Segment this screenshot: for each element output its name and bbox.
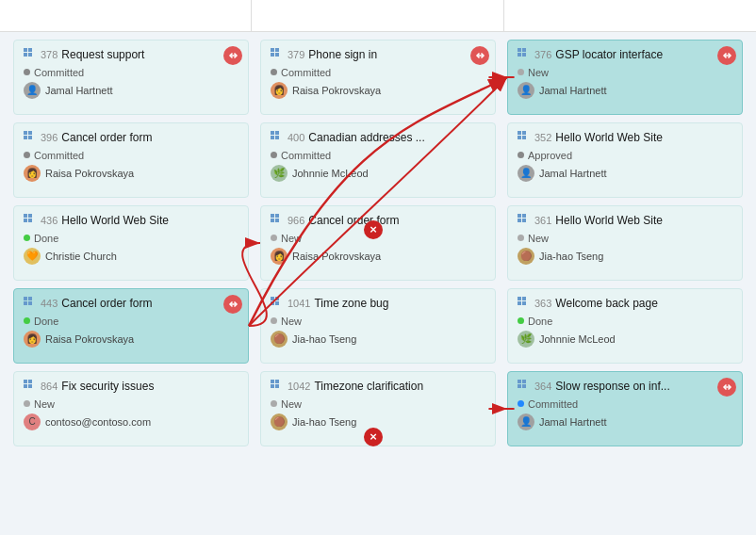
- card-user: 👩 Raisa Pokrovskaya: [271, 82, 485, 99]
- card-name: Time zone bug: [314, 297, 388, 312]
- card-1042[interactable]: 1042 Timezone clarification New 🟤 Jia-ha…: [260, 371, 496, 446]
- card-user: 👩 Raisa Pokrovskaya: [24, 331, 238, 348]
- status-label: Committed: [34, 150, 84, 161]
- user-name: Johnnie McLeod: [292, 168, 369, 179]
- card-name: Welcome back page: [555, 297, 658, 312]
- status-dot: [271, 152, 277, 158]
- card-user: 👤 Jamal Hartnett: [518, 82, 732, 99]
- svg-rect-44: [522, 48, 526, 52]
- card-status: Done: [24, 233, 238, 244]
- calendar-header: [0, 0, 756, 32]
- status-dot: [24, 69, 30, 75]
- avatar: 🟤: [271, 331, 288, 348]
- svg-rect-56: [518, 297, 521, 300]
- card-396[interactable]: 396 Cancel order form Committed 👩 Raisa …: [13, 122, 249, 198]
- card-966[interactable]: 966 Cancel order form New 👩 Raisa Pokrov…: [260, 205, 496, 281]
- svg-rect-38: [275, 301, 279, 305]
- link-icon[interactable]: [223, 295, 242, 314]
- svg-rect-9: [24, 214, 27, 218]
- avatar: 👤: [518, 82, 534, 99]
- user-name: Raisa Pokrovskaya: [292, 85, 381, 96]
- user-name: Johnnie McLeod: [539, 333, 616, 345]
- link-icon[interactable]: [717, 378, 736, 397]
- card-436[interactable]: 436 Hello World Web Site Done 🧡 Christie…: [13, 205, 249, 281]
- card-name: Request support: [61, 48, 144, 63]
- card-title: 379 Phone sign in: [271, 48, 485, 63]
- card-378[interactable]: 378 Request support Committed 👤 Jamal Ha…: [13, 40, 249, 115]
- card-id: 352: [534, 131, 551, 144]
- svg-rect-62: [518, 384, 521, 388]
- card-name: Cancel order form: [61, 297, 152, 312]
- svg-rect-29: [271, 136, 274, 139]
- card-status: Committed: [24, 150, 238, 161]
- card-1041[interactable]: 1041 Time zone bug New 🟤 Jia-hao Tseng: [260, 288, 496, 364]
- status-dot: [271, 317, 277, 324]
- card-title: 361 Hello World Web Site: [518, 214, 732, 229]
- card-name: Canadian addresses ...: [308, 131, 424, 146]
- card-status: Approved: [518, 150, 732, 161]
- user-name: Jia-hao Tseng: [539, 251, 603, 262]
- card-364[interactable]: 364 Slow response on inf... Committed 👤 …: [507, 371, 743, 446]
- user-name: Jia-hao Tseng: [292, 416, 356, 428]
- status-label: New: [528, 233, 549, 244]
- link-icon[interactable]: [223, 46, 242, 65]
- item-icon: [518, 380, 529, 391]
- avatar: 👤: [24, 82, 41, 99]
- card-name: Fix security issues: [61, 380, 154, 395]
- status-label: Committed: [281, 150, 331, 161]
- status-label: Committed: [281, 67, 331, 78]
- svg-rect-43: [518, 48, 521, 52]
- card-title: 376 GSP locator interface: [518, 48, 732, 63]
- item-icon: [24, 380, 35, 391]
- item-icon: [518, 48, 529, 59]
- card-title: 352 Hello World Web Site: [518, 131, 732, 146]
- status-label: Approved: [528, 150, 572, 161]
- card-379[interactable]: 379 Phone sign in Committed 👩 Raisa Pokr…: [260, 40, 496, 115]
- avatar: 🟤: [518, 248, 534, 265]
- card-864[interactable]: 864 Fix security issues New C contoso@co…: [13, 371, 249, 446]
- svg-rect-54: [518, 219, 521, 222]
- card-id: 378: [41, 48, 58, 61]
- column-february: 379 Phone sign in Committed 👩 Raisa Pokr…: [255, 40, 501, 527]
- svg-rect-16: [28, 301, 32, 305]
- card-376[interactable]: 376 GSP locator interface New 👤 Jamal Ha…: [507, 40, 743, 115]
- svg-rect-58: [518, 301, 521, 305]
- card-352[interactable]: 352 Hello World Web Site Approved 👤 Jama…: [507, 122, 743, 198]
- svg-rect-51: [522, 136, 526, 139]
- card-361[interactable]: 361 Hello World Web Site New 🟤 Jia-hao T…: [507, 205, 743, 281]
- link-icon[interactable]: [470, 46, 489, 65]
- avatar: 🧡: [24, 248, 41, 265]
- link-icon[interactable]: [717, 46, 736, 65]
- item-icon: [518, 214, 529, 225]
- card-name: Cancel order form: [308, 214, 399, 229]
- card-name: GSP locator interface: [555, 48, 663, 63]
- status-dot: [24, 152, 30, 158]
- item-icon: [518, 297, 529, 308]
- card-name: Phone sign in: [308, 48, 377, 63]
- svg-rect-30: [275, 136, 279, 139]
- status-dot: [271, 69, 277, 75]
- svg-rect-41: [271, 384, 274, 388]
- avatar: 👤: [518, 413, 534, 430]
- status-dot: [518, 69, 524, 75]
- card-363[interactable]: 363 Welcome back page Done 🌿 Johnnie McL…: [507, 288, 743, 364]
- item-icon: [24, 297, 35, 308]
- status-dot: [518, 235, 524, 241]
- card-400[interactable]: 400 Canadian addresses ... Committed 🌿 J…: [260, 122, 496, 198]
- calendar-body: 378 Request support Committed 👤 Jamal Ha…: [0, 32, 756, 535]
- card-status: New: [24, 398, 238, 410]
- card-status: Committed: [518, 398, 732, 410]
- card-status: New: [518, 233, 732, 244]
- card-title: 436 Hello World Web Site: [24, 214, 238, 229]
- user-name: Raisa Pokrovskaya: [45, 333, 134, 345]
- svg-rect-59: [522, 301, 526, 305]
- card-status: Done: [24, 316, 238, 327]
- card-user: 🟤 Jia-hao Tseng: [518, 248, 732, 265]
- status-label: Committed: [528, 398, 578, 410]
- card-user: 🟤 Jia-hao Tseng: [271, 413, 485, 430]
- svg-rect-0: [24, 48, 27, 52]
- card-name: Cancel order form: [61, 131, 152, 146]
- card-id: 396: [41, 131, 58, 144]
- card-443[interactable]: 443 Cancel order form Done 👩 Raisa Pokro…: [13, 288, 249, 364]
- avatar: 👩: [24, 331, 41, 348]
